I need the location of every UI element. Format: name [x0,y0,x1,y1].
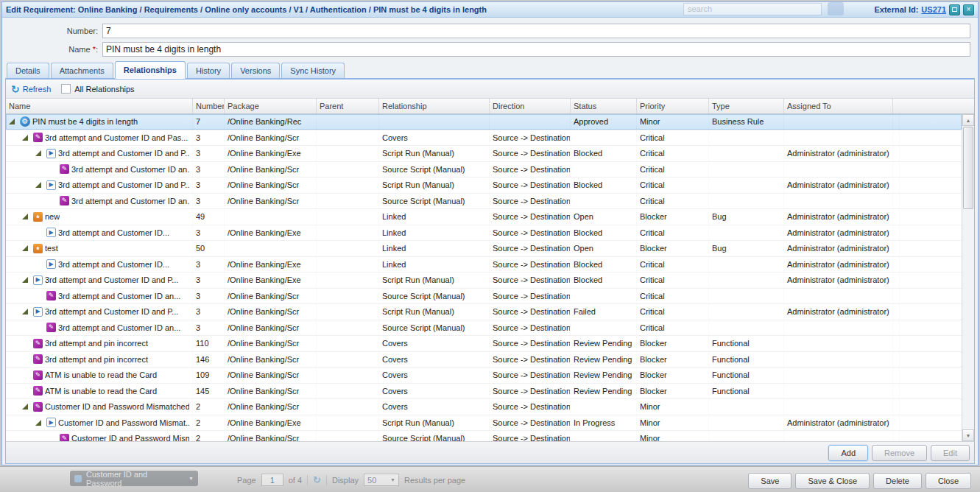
column-header-status[interactable]: Status [571,99,637,113]
tree-expander-icon[interactable] [9,119,15,124]
cell-direction: Source -> Destination [490,352,571,368]
table-row[interactable]: ✎Customer ID and Password Mismatched2/On… [6,399,962,415]
save-close-button[interactable]: Save & Close [795,473,870,489]
tree-expander-icon[interactable] [22,309,28,314]
table-row[interactable]: ✎3rd attempt and pin incorrect110/Online… [6,336,962,352]
cell-parent [317,209,379,225]
column-header-name[interactable]: Name [6,99,193,113]
tree-expander-icon[interactable] [22,214,28,219]
tab-versions[interactable]: Versions [231,63,280,78]
name-field[interactable] [102,42,970,57]
scroll-down-icon[interactable]: ▼ [962,429,974,441]
combo-label: Customer ID and Password [86,470,184,488]
table-row[interactable]: ✎3rd attempt and Customer ID an...3/Onli… [6,162,962,178]
restore-glyph [952,7,957,12]
tab-attachments[interactable]: Attachments [51,63,113,78]
tree-expander-icon[interactable] [22,135,28,141]
table-row[interactable]: *new49LinkedSource -> DestinationOpenBlo… [6,209,962,225]
table-row[interactable]: *test50LinkedSource -> DestinationOpenBl… [6,241,962,257]
table-row[interactable]: ▶3rd attempt and Customer ID...3/Online … [6,225,962,242]
tree-expander-icon[interactable] [22,404,28,410]
titlebar-right: External Id: US271 × [874,4,974,15]
table-row[interactable]: ▶3rd attempt and Customer ID and P...3/O… [6,178,962,194]
table-row[interactable]: ⚙PIN must be 4 digits in length7/Online … [6,114,962,130]
column-header-assigned-to[interactable]: Assigned To [784,99,893,113]
table-row[interactable]: ▶3rd attempt and Customer ID and P...3/O… [6,304,962,320]
all-relationships-checkbox[interactable] [61,84,71,94]
tree-expander-icon[interactable] [35,182,41,188]
cell-direction: Source -> Destination [490,146,571,161]
cell-priority: Blocker [637,368,709,383]
table-row[interactable]: ✎3rd attempt and Customer ID an...3/Onli… [6,194,962,210]
cell-filler [893,289,900,304]
cell-type [709,273,784,288]
table-row[interactable]: ✎3rd attempt and Customer ID and Pas...3… [6,130,962,147]
cell-name: *new [6,209,193,225]
tab-sync-history[interactable]: Sync History [281,63,345,78]
tree-expander-icon[interactable] [22,277,28,283]
cell-status: Approved [571,114,637,130]
cell-number: 49 [193,209,225,225]
close-icon[interactable]: × [963,4,974,15]
cell-status [571,320,637,336]
vertical-scrollbar[interactable]: ▲ ▼ [962,114,974,441]
table-row[interactable]: ✎ATM is unable to read the Card145/Onlin… [6,384,962,400]
table-row[interactable]: ✎3rd attempt and Customer ID an...3/Onli… [6,289,962,305]
refresh-button[interactable]: ↻ Refresh [11,84,51,94]
restore-icon[interactable] [949,4,960,15]
cell-number: 3 [193,273,225,288]
tab-history[interactable]: History [187,63,230,78]
column-header-direction[interactable]: Direction [490,99,571,113]
table-row[interactable]: ✎Customer ID and Password Mism...2/Onlin… [6,431,962,441]
cell-assigned: Administrator (administrator) [784,257,893,273]
table-row[interactable]: ▶3rd attempt and Customer ID and P...3/O… [6,273,962,289]
cell-type [709,162,784,178]
cell-assigned [784,384,893,399]
edit-button[interactable]: Edit [931,445,970,461]
background-pagination-dimmed: Page of 4 ↻ Display 50 ▼ Results per pag… [237,474,465,486]
tab-relationships[interactable]: Relationships [115,61,186,79]
external-id-link[interactable]: US271 [921,5,946,14]
table-row[interactable]: ✎3rd attempt and pin incorrect146/Online… [6,352,962,368]
cell-name: ✎3rd attempt and Customer ID an... [6,289,193,304]
cell-number: 3 [193,225,225,241]
remove-button[interactable]: Remove [872,445,927,461]
add-button[interactable]: Add [828,445,868,461]
tree-expander-icon[interactable] [35,150,41,156]
tab-details[interactable]: Details [7,63,49,78]
cell-parent [317,225,379,241]
test-run-icon: ▶ [46,418,56,427]
cell-status: Failed [571,304,637,320]
cell-parent [317,320,379,336]
column-header-number[interactable]: Number [193,99,225,113]
column-header-priority[interactable]: Priority [637,99,709,113]
tree-expander-icon[interactable] [35,420,41,426]
table-row[interactable]: ✎3rd attempt and Customer ID an...3/Onli… [6,320,962,337]
combo-icon [74,475,82,482]
column-header-package[interactable]: Package [225,99,317,113]
delete-button[interactable]: Delete [873,473,922,489]
cell-assigned: Administrator (administrator) [784,146,893,161]
column-header-type[interactable]: Type [709,99,784,113]
cell-package: /Online Banking/Exe [225,257,317,273]
cell-direction: Source -> Destination [490,289,571,304]
cell-status: Blocked [571,225,637,241]
page-of-label: of 4 [289,476,302,485]
number-field[interactable] [102,24,970,38]
cell-package: /Online Banking/Scr [225,130,317,146]
scroll-up-icon[interactable]: ▲ [962,114,974,126]
table-row[interactable]: ▶Customer ID and Password Mismat...2/Onl… [6,415,962,432]
cell-direction: Source -> Destination [490,162,571,178]
cell-number: 2 [193,415,225,431]
close-button[interactable]: Close [926,473,971,489]
tree-expander-icon[interactable] [22,245,28,251]
column-header-relationship[interactable]: Relationship [379,99,490,113]
cell-priority: Critical [637,304,709,320]
table-row[interactable]: ▶3rd attempt and Customer ID...3/Online … [6,257,962,273]
save-button[interactable]: Save [748,473,792,489]
scrollbar-thumb[interactable] [963,127,973,209]
column-header-parent[interactable]: Parent [317,99,379,113]
table-row[interactable]: ✎ATM is unable to read the Card109/Onlin… [6,368,962,384]
table-row[interactable]: ▶3rd attempt and Customer ID and P...3/O… [6,146,962,162]
script-icon: ✎ [33,339,43,348]
